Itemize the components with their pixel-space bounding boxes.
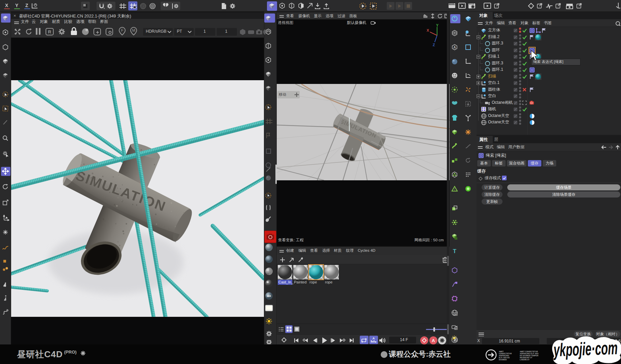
svg-text:M: M (132, 28, 135, 32)
svg-text:F: F (121, 28, 124, 32)
svg-text:Z: Z (433, 43, 435, 47)
svg-text:MIX: MIX (267, 295, 271, 297)
svg-text:A: A (373, 337, 375, 340)
svg-text:T: T (453, 248, 457, 254)
svg-text:ST: ST (455, 313, 457, 315)
svg-text:ST: ST (455, 328, 457, 330)
svg-text:ykpojie·com: ykpojie·com (552, 338, 618, 360)
svg-text:A: A (453, 46, 456, 49)
svg-text:R: R (48, 29, 51, 34)
svg-text:X: X (427, 28, 429, 32)
svg-text:Y: Y (436, 24, 439, 27)
svg-text:!: ! (454, 188, 455, 191)
svg-text:A: A (432, 338, 435, 343)
